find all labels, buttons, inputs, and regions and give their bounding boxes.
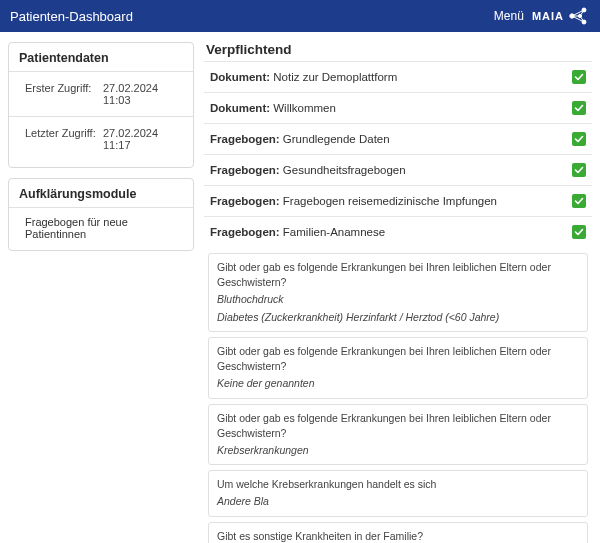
- checklist-item-label: Dokument: Notiz zur Demoplattform: [210, 71, 397, 83]
- qa-question: Gibt oder gab es folgende Erkrankungen b…: [217, 344, 579, 374]
- check-icon: [572, 225, 586, 239]
- qa-list: Gibt oder gab es folgende Erkrankungen b…: [208, 253, 588, 543]
- check-icon: [572, 70, 586, 84]
- item-title: Notiz zur Demoplattform: [273, 71, 397, 83]
- checklist-item[interactable]: Fragebogen: Fragebogen reisemedizinische…: [204, 185, 592, 216]
- last-access-row: Letzter Zugriff: 27.02.2024 11:17: [19, 121, 183, 157]
- qa-question: Gibt es sonstige Krankheiten in der Fami…: [217, 529, 579, 543]
- check-icon: [572, 194, 586, 208]
- check-icon: [572, 132, 586, 146]
- svg-point-7: [582, 20, 586, 24]
- first-access-value: 27.02.2024 11:03: [103, 82, 183, 106]
- svg-point-5: [570, 14, 574, 18]
- checklist-item-label: Fragebogen: Fragebogen reisemedizinische…: [210, 195, 497, 207]
- brand-text: MAIA: [532, 10, 564, 22]
- brand-logo: MAIA: [532, 6, 590, 26]
- first-access-label: Erster Zugriff:: [25, 82, 103, 106]
- qa-answer: Keine der genannten: [217, 376, 579, 391]
- first-access-row: Erster Zugriff: 27.02.2024 11:03: [19, 76, 183, 112]
- network-icon: [566, 6, 590, 26]
- item-kind: Fragebogen:: [210, 133, 283, 145]
- check-icon: [572, 101, 586, 115]
- item-title: Fragebogen reisemedizinische Impfungen: [283, 195, 497, 207]
- checklist-item[interactable]: Dokument: Notiz zur Demoplattform: [204, 61, 592, 92]
- modules-heading: Aufklärungsmodule: [19, 187, 183, 201]
- svg-point-8: [578, 14, 581, 17]
- last-access-label: Letzter Zugriff:: [25, 127, 103, 151]
- qa-card[interactable]: Um welche Krebserkrankungen handelt es s…: [208, 470, 588, 516]
- main-heading: Verpflichtend: [204, 42, 592, 57]
- qa-question: Gibt oder gab es folgende Erkrankungen b…: [217, 260, 579, 290]
- qa-card[interactable]: Gibt oder gab es folgende Erkrankungen b…: [208, 404, 588, 466]
- page-title: Patienten-Dashboard: [10, 9, 133, 24]
- checklist-item[interactable]: Fragebogen: Familien-Anamnese: [204, 216, 592, 247]
- last-access-value: 27.02.2024 11:17: [103, 127, 183, 151]
- topbar: Patienten-Dashboard Menü MAIA: [0, 0, 600, 32]
- modules-card: Aufklärungsmodule Fragebogen für neue Pa…: [8, 178, 194, 251]
- checklist-item[interactable]: Fragebogen: Grundlegende Daten: [204, 123, 592, 154]
- item-kind: Dokument:: [210, 71, 273, 83]
- patient-data-card: Patientendaten Erster Zugriff: 27.02.202…: [8, 42, 194, 168]
- checklist-item-label: Fragebogen: Familien-Anamnese: [210, 226, 385, 238]
- item-title: Grundlegende Daten: [283, 133, 390, 145]
- svg-point-6: [582, 8, 586, 12]
- qa-question: Gibt oder gab es folgende Erkrankungen b…: [217, 411, 579, 441]
- checklist-item-label: Fragebogen: Grundlegende Daten: [210, 133, 390, 145]
- qa-answer: Andere Bla: [217, 494, 579, 509]
- checklist-item[interactable]: Fragebogen: Gesundheitsfragebogen: [204, 154, 592, 185]
- item-kind: Dokument:: [210, 102, 273, 114]
- checklist-item-label: Fragebogen: Gesundheitsfragebogen: [210, 164, 406, 176]
- check-icon: [572, 163, 586, 177]
- qa-card[interactable]: Gibt oder gab es folgende Erkrankungen b…: [208, 253, 588, 332]
- item-kind: Fragebogen:: [210, 226, 283, 238]
- menu-button[interactable]: Menü: [494, 9, 524, 23]
- qa-question: Um welche Krebserkrankungen handelt es s…: [217, 477, 579, 492]
- item-kind: Fragebogen:: [210, 164, 283, 176]
- qa-answer: Bluthochdruck: [217, 292, 579, 307]
- checklist-item[interactable]: Dokument: Willkommen: [204, 92, 592, 123]
- item-kind: Fragebogen:: [210, 195, 283, 207]
- item-title: Willkommen: [273, 102, 336, 114]
- patient-data-heading: Patientendaten: [19, 51, 183, 65]
- qa-answer: Diabetes (Zuckerkrankheit) Herzinfarkt /…: [217, 310, 579, 325]
- item-title: Familien-Anamnese: [283, 226, 385, 238]
- checklist-item-label: Dokument: Willkommen: [210, 102, 336, 114]
- qa-card[interactable]: Gibt es sonstige Krankheiten in der Fami…: [208, 522, 588, 543]
- item-title: Gesundheitsfragebogen: [283, 164, 406, 176]
- qa-answer: Krebserkrankungen: [217, 443, 579, 458]
- qa-card[interactable]: Gibt oder gab es folgende Erkrankungen b…: [208, 337, 588, 399]
- module-link[interactable]: Fragebogen für neue Patientinnen: [19, 212, 183, 240]
